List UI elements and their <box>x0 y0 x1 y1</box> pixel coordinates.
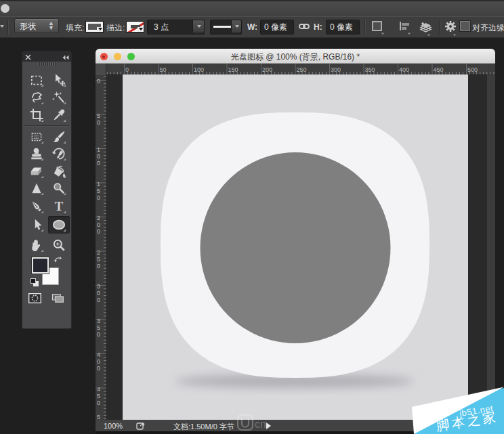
svg-text:4: 4 <box>97 386 100 393</box>
svg-text:0: 0 <box>97 290 100 297</box>
svg-text:0: 0 <box>97 119 100 126</box>
svg-text:400: 400 <box>399 66 409 73</box>
svg-text:350: 350 <box>365 66 375 73</box>
svg-text:0: 0 <box>97 153 100 160</box>
svg-text:150: 150 <box>228 66 238 73</box>
svg-text:200: 200 <box>262 66 272 73</box>
svg-text:5: 5 <box>97 414 100 420</box>
svg-text:5: 5 <box>97 324 100 331</box>
svg-text:cn: cn <box>255 418 266 430</box>
svg-text:5: 5 <box>97 393 100 399</box>
svg-text:0: 0 <box>97 194 100 201</box>
svg-text:3: 3 <box>97 283 100 290</box>
svg-text:5: 5 <box>97 256 100 263</box>
svg-text:250: 250 <box>297 66 307 73</box>
svg-text:50: 50 <box>160 66 167 73</box>
svg-text:0: 0 <box>125 66 129 73</box>
svg-text:300: 300 <box>331 66 341 73</box>
svg-text:0: 0 <box>97 331 100 338</box>
svg-text:2: 2 <box>97 249 100 256</box>
svg-text:0: 0 <box>97 263 100 269</box>
svg-text:0: 0 <box>97 228 100 235</box>
svg-text:100: 100 <box>194 66 204 73</box>
svg-text:3: 3 <box>97 318 100 324</box>
svg-text:4: 4 <box>97 351 100 358</box>
svg-text:0: 0 <box>97 297 100 303</box>
svg-text:5: 5 <box>97 188 100 194</box>
svg-text:1: 1 <box>97 146 100 153</box>
svg-text:T: T <box>55 199 64 213</box>
svg-text:0: 0 <box>97 78 100 85</box>
svg-text:0: 0 <box>97 160 100 167</box>
svg-text:1: 1 <box>97 181 100 188</box>
svg-text:5: 5 <box>97 112 100 119</box>
svg-text:2: 2 <box>97 215 100 221</box>
svg-text:0: 0 <box>97 399 100 406</box>
svg-text:0: 0 <box>97 358 100 365</box>
svg-text:0: 0 <box>97 221 100 228</box>
svg-text:500: 500 <box>467 66 478 73</box>
svg-text:450: 450 <box>434 66 444 73</box>
svg-text:0: 0 <box>97 365 100 372</box>
